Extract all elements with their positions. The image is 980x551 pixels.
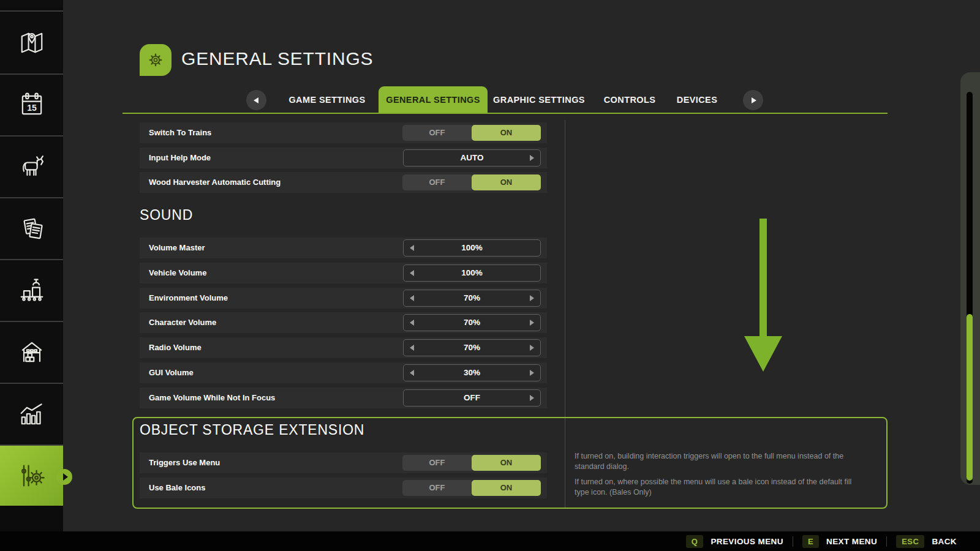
toggle-wood-harvester-cutting[interactable]: OFF ON [402, 174, 541, 190]
section-title-object-storage-extension: OBJECT STORAGE EXTENSION [140, 422, 364, 438]
setting-label: Volume Master [149, 238, 205, 258]
setting-label: Use Bale Icons [149, 478, 206, 498]
increase-arrow-icon[interactable] [530, 370, 534, 376]
finances-icon [16, 212, 48, 244]
description-use-bale-icons: If turned on, where possible the menu wi… [575, 477, 867, 497]
calendar-icon: 15 [16, 89, 48, 121]
gear-icon [143, 48, 168, 72]
setting-label: GUI Volume [149, 362, 194, 383]
setting-label: Triggers Use Menu [149, 452, 220, 473]
toggle-off-option[interactable]: OFF [402, 174, 472, 190]
page-icon-badge [140, 44, 172, 76]
tabs-next-button[interactable] [743, 90, 763, 110]
statistics-icon [16, 398, 48, 430]
toggle-switch-to-trains[interactable]: OFF ON [402, 125, 541, 141]
general-settings-screen: 15 [0, 0, 980, 551]
setting-row: Game Volume While Not In Focus OFF [140, 388, 547, 408]
decrease-arrow-icon[interactable] [410, 370, 414, 376]
storage-icon [16, 336, 48, 368]
tab-general-settings[interactable]: GENERAL SETTINGS [379, 86, 488, 114]
next-menu-action[interactable]: NEXT MENU [826, 537, 877, 546]
stepper-value: 70% [404, 340, 540, 356]
increase-arrow-icon[interactable] [530, 345, 534, 351]
toggle-use-bale-icons[interactable]: OFF ON [402, 480, 541, 496]
toggle-on-option[interactable]: ON [472, 480, 541, 496]
stepper-vehicle-volume[interactable]: 100% [403, 264, 541, 282]
stepper-value: 100% [404, 240, 540, 256]
decrease-arrow-icon[interactable] [410, 345, 414, 351]
setting-row: Triggers Use Menu OFF ON [140, 452, 547, 473]
setting-row: Use Bale Icons OFF ON [140, 478, 547, 498]
sidebar-item-partial[interactable] [0, 0, 63, 7]
back-action[interactable]: BACK [932, 537, 957, 546]
sidebar-item-animals[interactable] [0, 137, 63, 197]
active-item-arrow-icon [63, 473, 68, 481]
toggle-on-option[interactable]: ON [472, 174, 541, 190]
setting-label: Vehicle Volume [149, 263, 206, 283]
stepper-input-help-mode[interactable]: AUTO [403, 149, 541, 167]
toggle-off-option[interactable]: OFF [402, 480, 472, 496]
stepper-game-volume-not-in-focus[interactable]: OFF [403, 389, 541, 407]
stepper-value: 30% [404, 365, 540, 381]
tab-underline [123, 113, 888, 114]
tab-game-settings[interactable]: GAME SETTINGS [288, 91, 365, 108]
setting-row: Environment Volume 70% [140, 288, 547, 309]
tab-devices[interactable]: DEVICES [677, 91, 717, 108]
setting-row: Wood Harvester Automatic Cutting OFF ON [140, 172, 547, 193]
increase-arrow-icon[interactable] [530, 320, 534, 326]
stepper-value: 70% [404, 290, 540, 306]
sidebar-item-production[interactable] [0, 260, 63, 320]
chevron-right-icon [752, 97, 756, 103]
sidebar-item-settings[interactable] [0, 446, 63, 506]
divider [886, 536, 887, 547]
tabs-prev-button[interactable] [246, 90, 266, 110]
increase-arrow-icon[interactable] [530, 155, 534, 161]
increase-arrow-icon[interactable] [530, 395, 534, 401]
production-icon [16, 274, 48, 306]
stepper-character-volume[interactable]: 70% [403, 314, 541, 331]
setting-row: Volume Master 100% [140, 238, 547, 258]
setting-row: Radio Volume 70% [140, 337, 547, 358]
decrease-arrow-icon[interactable] [410, 320, 414, 326]
settings-icon [16, 460, 48, 492]
stepper-environment-volume[interactable]: 70% [403, 290, 541, 307]
setting-label: Game Volume While Not In Focus [149, 388, 275, 408]
section-title-sound: SOUND [140, 207, 193, 223]
sidebar-item-map[interactable] [0, 13, 63, 73]
increase-arrow-icon[interactable] [530, 295, 534, 301]
stepper-volume-master[interactable]: 100% [403, 239, 541, 257]
toggle-triggers-use-menu[interactable]: OFF ON [402, 455, 541, 471]
sidebar-item-statistics[interactable] [0, 384, 63, 444]
toggle-on-option[interactable]: ON [472, 125, 541, 141]
sidebar-item-finances[interactable] [0, 198, 63, 258]
chevron-left-icon [254, 97, 258, 103]
stepper-value: OFF [404, 390, 540, 406]
decrease-arrow-icon[interactable] [410, 270, 414, 276]
setting-row: Vehicle Volume 100% [140, 263, 547, 283]
stepper-gui-volume[interactable]: 30% [403, 364, 541, 381]
scroll-hint-arrowhead-icon [744, 336, 782, 372]
tab-graphic-settings[interactable]: GRAPHIC SETTINGS [493, 91, 585, 108]
tab-controls[interactable]: CONTROLS [604, 91, 656, 108]
setting-row: Character Volume 70% [140, 312, 547, 333]
key-badge-q: Q [686, 535, 704, 548]
toggle-off-option[interactable]: OFF [402, 125, 472, 141]
setting-row: Input Help Mode AUTO [140, 148, 547, 168]
decrease-arrow-icon[interactable] [410, 295, 414, 301]
toggle-off-option[interactable]: OFF [402, 455, 472, 471]
sidebar-item-storage[interactable] [0, 322, 63, 382]
divider [793, 536, 793, 547]
key-badge-e: E [802, 535, 819, 548]
previous-menu-action[interactable]: PREVIOUS MENU [710, 537, 783, 546]
scroll-hint-arrow-icon [760, 219, 767, 337]
decrease-arrow-icon[interactable] [410, 245, 414, 251]
calendar-day-label: 15 [27, 103, 37, 113]
toggle-on-option[interactable]: ON [472, 455, 541, 471]
setting-label: Wood Harvester Automatic Cutting [149, 172, 281, 193]
stepper-value: AUTO [404, 150, 540, 166]
setting-label: Environment Volume [149, 288, 228, 309]
stepper-radio-volume[interactable]: 70% [403, 339, 541, 356]
setting-label: Character Volume [149, 312, 216, 333]
sidebar-item-calendar[interactable]: 15 [0, 75, 63, 135]
scrollbar-thumb[interactable] [967, 314, 973, 481]
